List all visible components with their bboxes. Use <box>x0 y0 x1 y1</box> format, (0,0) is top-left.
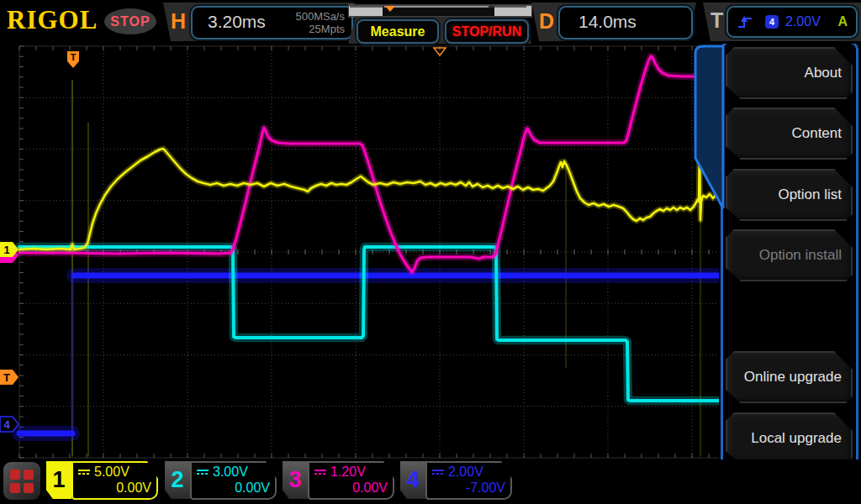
trigger-sweep-mode: A <box>837 14 848 29</box>
channel-number: 1 <box>52 467 65 493</box>
trigger-source-badge: 4 <box>765 15 779 29</box>
channel-scale: 1.20V <box>330 465 366 480</box>
channel-offset: 0.00V <box>314 480 388 497</box>
channel-number: 4 <box>406 467 419 493</box>
memory-depth: 25Mpts <box>295 23 345 35</box>
channel-offset: -7.00V <box>432 480 505 497</box>
channel-settings: 5.00V 0.00V <box>71 461 158 500</box>
delay-value: 14.0ms <box>578 12 637 32</box>
measure-button[interactable]: Measure <box>357 19 439 44</box>
channel-number: 2 <box>171 467 183 493</box>
stop-run-button[interactable]: STOP/RUN <box>445 19 529 44</box>
dc-coupling-icon <box>197 470 209 475</box>
trigger-level: 2.00V <box>785 14 821 29</box>
channel-number-tab: 2 <box>165 461 190 499</box>
sample-rate-readout: 500MSa/s 25Mpts <box>295 10 345 35</box>
rigol-logo: RIGOL <box>7 5 98 35</box>
bottom-status-bar: 1 5.00V 0.00V 2 3.00V 0.00V <box>0 459 861 504</box>
horizontal-label: H <box>171 9 186 34</box>
channel-offset: 0.00V <box>78 480 151 497</box>
channel-settings: 1.20V 0.00V <box>308 461 394 500</box>
channel-box-1[interactable]: 1 5.00V 0.00V <box>46 461 158 499</box>
memory-position-bar[interactable] <box>348 4 532 18</box>
trigger-time-flag-label: T <box>71 52 77 62</box>
channel-scale: 2.00V <box>448 465 483 480</box>
dc-coupling-icon <box>314 470 326 475</box>
delay-box[interactable]: 14.0ms <box>558 6 693 39</box>
channel-scale: 5.00V <box>94 465 129 480</box>
menu-button-local-upgrade[interactable]: Local upgrade <box>726 412 853 465</box>
menu-button-option-install: Option install <box>726 229 853 281</box>
channel-number-tab: 3 <box>283 461 308 499</box>
dc-coupling-icon <box>78 470 90 475</box>
dc-coupling-icon <box>432 470 444 475</box>
trigger-label: T <box>710 8 723 33</box>
trigger-slope-icon <box>737 14 755 29</box>
oscilloscope-screen: 1T4T AboutContentOption listOption insta… <box>0 0 861 504</box>
channel-settings: 2.00V -7.00V <box>425 461 512 500</box>
run-state-badge: STOP <box>104 8 156 34</box>
channel-box-3[interactable]: 3 1.20V 0.00V <box>283 461 394 499</box>
menu-button-option-list[interactable]: Option list <box>726 169 853 221</box>
trigger-box[interactable]: 4 2.00V A <box>726 6 858 38</box>
left-marker-label: T <box>3 371 10 384</box>
channel-box-2[interactable]: 2 3.00V 0.00V <box>165 461 277 499</box>
channel-offset: 0.00V <box>197 480 270 497</box>
menu-grid-button[interactable] <box>3 462 40 500</box>
channel-number: 3 <box>288 467 301 493</box>
channel-box-4[interactable]: 4 2.00V -7.00V <box>400 461 512 499</box>
timebase-box[interactable]: 3.20ms 500MSa/s 25Mpts <box>191 6 353 39</box>
help-tab[interactable] <box>689 42 726 214</box>
delay-label: D <box>539 9 554 34</box>
channel-settings: 3.00V 0.00V <box>190 461 277 500</box>
top-status-bar: RIGOL STOP H 3.20ms 500MSa/s 25Mpts Meas… <box>0 0 861 44</box>
timebase-value: 3.20ms <box>208 12 266 32</box>
left-marker-label: 4 <box>3 418 10 431</box>
channel-number-tab: 4 <box>400 461 425 499</box>
menu-button-online-upgrade[interactable]: Online upgrade <box>726 351 853 403</box>
menu-button-about[interactable]: About <box>726 47 853 99</box>
menu-button-content[interactable]: Content <box>726 108 853 160</box>
channel-scale: 3.00V <box>213 465 248 480</box>
sample-rate: 500MSa/s <box>295 10 345 23</box>
left-marker-label: 1 <box>3 244 9 256</box>
help-menu-panel: AboutContentOption listOption installOnl… <box>719 39 861 484</box>
channel-number-tab: 1 <box>46 461 71 499</box>
